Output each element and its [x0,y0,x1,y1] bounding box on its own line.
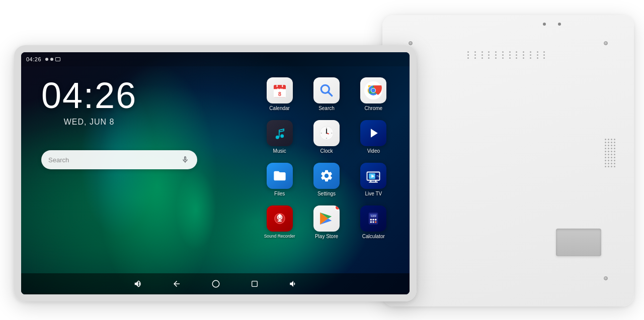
app-grid: 8 JUN Calendar [254,77,399,239]
speaker-dot [605,163,606,164]
app-item-livetv[interactable]: TV Live TV [353,163,394,196]
speaker-dot [611,148,612,149]
speaker-dot [516,54,517,56]
search-app-label: Search [318,105,335,111]
speaker-dot [474,54,476,56]
speaker-dot [614,142,615,143]
wifi-icon [45,58,48,61]
speaker-dot [502,57,504,59]
microphone-icon[interactable] [180,155,190,165]
clock-icon [313,120,340,146]
music-label: Music [273,148,286,154]
scene: /* speaker dots rendered below */ [0,0,644,320]
speaker-dot [614,139,615,140]
app-item-video[interactable]: Video [353,120,394,154]
tablet-back: /* speaker dots rendered below */ [382,15,634,306]
search-app-icon [313,77,340,103]
camera-dot-2 [558,23,561,26]
speaker-dot [530,51,531,53]
speaker-dot [537,51,538,53]
speaker-dot [523,51,524,53]
mounting-bracket [556,229,601,256]
svg-text:123: 123 [371,215,376,218]
app-item-soundrecorder[interactable]: Sound Recorder [259,205,300,239]
clock-app-label: Clock [320,148,333,154]
speaker-dot [608,160,609,161]
svg-point-43 [375,219,377,221]
speaker-dot [608,145,609,146]
app-item-search[interactable]: Search [305,77,347,111]
svg-rect-48 [252,281,258,287]
svg-point-14 [275,136,279,139]
clock-display: 04:26 WED, JUN 8 [41,77,137,127]
clock-date: WED, JUN 8 [41,118,137,127]
speaker-dot [495,54,497,56]
chrome-icon [360,77,386,103]
playstore-icon [313,205,340,232]
speaker-grille-side [600,113,620,193]
screw-br [604,276,608,280]
speaker-dot [611,151,612,152]
home-button[interactable] [211,279,220,288]
back-button[interactable] [172,279,181,288]
speaker-dot [488,51,490,53]
clock-time: 04:26 [41,77,137,114]
volume-up-button[interactable] [289,279,298,288]
livetv-label: Live TV [365,191,382,196]
speaker-dot [488,57,490,59]
playstore-label: Play Store [315,234,338,239]
soundrecorder-icon [267,205,293,232]
speaker-dot [611,163,612,164]
speaker-dot [530,54,531,56]
speaker-dot [509,54,511,56]
screw-tr [604,41,608,45]
speaker-dot [614,148,615,149]
speaker-dot [481,54,483,56]
speaker-dot [608,139,609,140]
status-time: 04:26 [26,56,41,62]
svg-marker-25 [371,129,378,138]
speaker-dot [608,163,609,164]
speaker-dot [537,54,538,56]
app-item-calculator[interactable]: 123 Calculator [353,205,394,239]
speaker-dot [614,160,615,161]
app-item-files[interactable]: Files [259,163,300,196]
speaker-dot [611,157,612,158]
svg-rect-37 [278,214,281,219]
speaker-dot [614,163,615,164]
calendar-icon: 8 JUN [267,77,293,103]
video-icon [360,120,386,146]
volume-down-button[interactable] [133,279,142,288]
recent-apps-button[interactable] [251,280,259,288]
music-icon [267,120,293,146]
soundrecorder-label: Sound Recorder [264,234,295,239]
svg-text:TV: TV [377,175,380,178]
speaker-dot [509,57,511,59]
app-item-playstore[interactable]: Play Store [305,205,347,239]
speaker-dot [523,54,524,56]
speaker-dot [608,151,609,152]
speaker-dot [605,154,606,155]
calendar-label: Calendar [269,105,290,111]
svg-point-45 [373,221,375,223]
app-item-settings[interactable]: Settings [305,163,347,196]
app-item-music[interactable]: Music [259,120,300,154]
svg-line-9 [329,92,332,96]
svg-text:8: 8 [278,91,281,97]
speaker-dot [502,51,504,53]
speaker-dot [605,160,606,161]
settings-icon [313,163,340,189]
files-icon [267,163,293,189]
app-item-clock[interactable]: Clock [305,120,347,154]
speaker-dot [605,151,606,152]
app-item-chrome[interactable]: Chrome [353,77,394,111]
speaker-dot [614,145,615,146]
files-label: Files [274,191,285,196]
speaker-dot [481,57,483,59]
speaker-dot [605,148,606,149]
search-bar[interactable]: Search [41,150,197,169]
svg-point-47 [212,280,219,287]
speaker-dot [614,151,615,152]
app-item-calendar[interactable]: 8 JUN Calendar [259,77,300,111]
screw-tl [409,41,413,45]
